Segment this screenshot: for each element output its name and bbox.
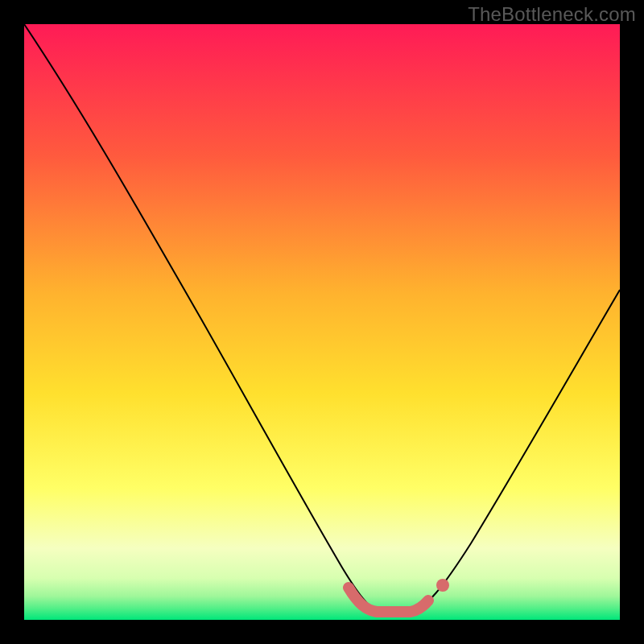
optimum-right-dot-icon [436,579,449,592]
optimum-band-marker [349,588,428,612]
bottleneck-curve [24,24,620,612]
plot-area [24,24,620,620]
watermark-text: TheBottleneck.com [468,3,636,26]
chart-frame: TheBottleneck.com [0,0,644,644]
curve-layer [24,24,620,620]
